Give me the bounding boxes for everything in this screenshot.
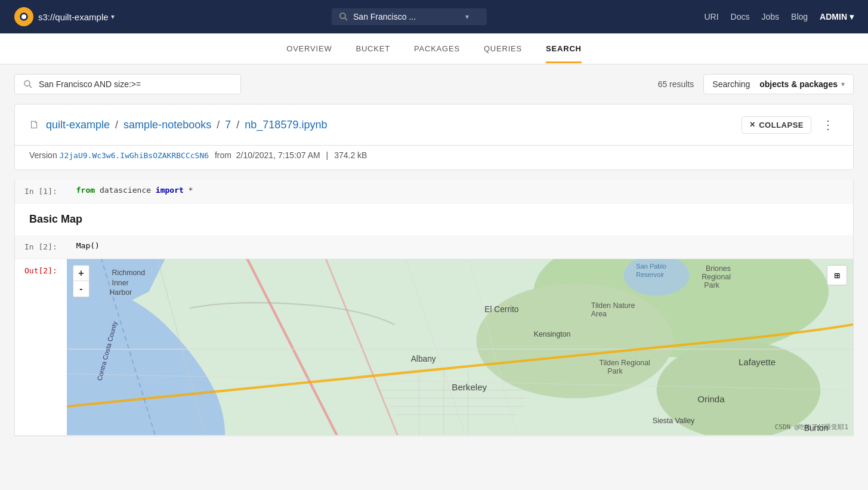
path-sep-3: / [236, 119, 239, 131]
svg-text:Siesta Valley: Siesta Valley [653, 417, 695, 425]
map-watermark: CSDN @吃饱了好睡觉耶1 [775, 423, 848, 432]
svg-point-0 [340, 13, 345, 19]
cell-2-label: In [2]: [15, 235, 67, 258]
map-svg: San Pablo Reservoir Richmond El Cerrito … [67, 259, 853, 435]
svg-text:Berkeley: Berkeley [452, 382, 487, 392]
blog-link[interactable]: Blog [791, 12, 808, 21]
sub-nav: OVERVIEW BUCKET PACKAGES QUERIES SEARCH [0, 33, 868, 64]
search-input[interactable] [39, 79, 218, 89]
bucket-selector[interactable]: s3://quilt-example ▾ [38, 12, 115, 22]
more-icon: ⋮ [822, 118, 834, 131]
tab-packages[interactable]: PACKAGES [414, 35, 460, 63]
svg-text:Albany: Albany [411, 355, 436, 363]
map-controls: + - [73, 265, 89, 297]
uri-link[interactable]: URI [704, 12, 718, 21]
svg-text:Reservoir: Reservoir [636, 271, 664, 278]
cell-1-code: from datascience import * [76, 186, 193, 195]
top-nav-left: s3://quilt-example ▾ [14, 7, 115, 26]
search-right: 65 results Searching objects & packages … [658, 74, 854, 94]
svg-text:El Cerrito: El Cerrito [484, 305, 519, 314]
cell-2-content: Map() [67, 235, 853, 256]
svg-text:Richmond: Richmond [112, 269, 145, 277]
svg-text:Tilden Regional: Tilden Regional [599, 359, 650, 367]
docs-link[interactable]: Docs [731, 12, 750, 21]
admin-menu[interactable]: ADMIN ▾ [820, 12, 854, 21]
search-input-wrap [14, 74, 241, 94]
top-search: ▾ [332, 8, 487, 25]
from-label: from [215, 150, 231, 160]
path-sep-2: / [217, 119, 220, 131]
path-bucket[interactable]: quilt-example [46, 119, 110, 131]
path-filename[interactable]: nb_718579.ipynb [245, 119, 327, 131]
results-count: 65 results [658, 79, 694, 89]
map-layers-button[interactable]: ⊞ [827, 265, 847, 285]
notebook-cell-1: In [1]: from datascience import * [15, 180, 853, 204]
code-from: from [76, 186, 100, 195]
chevron-down-icon: ▾ [111, 13, 115, 21]
svg-line-3 [30, 86, 32, 88]
svg-line-1 [345, 19, 348, 21]
result-size: 374.2 kB [334, 150, 367, 160]
result-date: 2/10/2021, 7:15:07 AM [236, 150, 320, 160]
cell-1-content: from datascience import * [67, 180, 853, 201]
tab-search[interactable]: SEARCH [546, 35, 582, 63]
jobs-link[interactable]: Jobs [762, 12, 780, 21]
svg-text:Park: Park [607, 367, 623, 375]
svg-text:Regional: Regional [702, 273, 731, 281]
file-icon: 🗋 [29, 119, 40, 131]
file-path: quilt-example / sample-notebooks / 7 / n… [46, 119, 327, 131]
result-header-right: ✕ COLLAPSE ⋮ [742, 115, 839, 134]
more-options-button[interactable]: ⋮ [817, 115, 839, 134]
map-container: San Pablo Reservoir Richmond El Cerrito … [67, 259, 853, 435]
collapse-label: COLLAPSE [759, 121, 804, 130]
result-card: 🗋 quilt-example / sample-notebooks / 7 /… [14, 104, 854, 170]
tab-overview[interactable]: OVERVIEW [286, 35, 332, 63]
path-folder1[interactable]: sample-notebooks [123, 119, 211, 131]
search-icon [339, 12, 348, 21]
svg-text:Inner: Inner [112, 279, 128, 287]
zoom-out-button[interactable]: - [73, 281, 89, 297]
top-nav-right: URI Docs Jobs Blog ADMIN ▾ [704, 12, 854, 21]
notebook-cell-2: In [2]: Map() [15, 235, 853, 259]
result-card-header: 🗋 quilt-example / sample-notebooks / 7 /… [15, 104, 853, 146]
layers-icon: ⊞ [834, 270, 840, 281]
top-nav: s3://quilt-example ▾ ▾ URI Docs Jobs Blo… [0, 0, 868, 33]
svg-text:Harbor: Harbor [109, 288, 132, 297]
scope-label: Searching [712, 79, 750, 89]
tab-queries[interactable]: QUERIES [484, 35, 522, 63]
result-separator: | [326, 150, 329, 160]
scope-highlight: objects & packages [759, 79, 838, 89]
cell-1-label: In [1]: [15, 180, 67, 203]
svg-text:San Pablo: San Pablo [636, 263, 666, 270]
notebook-preview: In [1]: from datascience import * Basic … [14, 180, 854, 436]
collapse-button[interactable]: ✕ COLLAPSE [742, 116, 811, 134]
cell-2-out-label: Out[2]: [15, 259, 67, 435]
path-folder2[interactable]: 7 [225, 119, 231, 131]
scope-chevron-icon: ▾ [841, 80, 845, 88]
result-card-meta: Version J2jaU9.Wc3w6.IwGhiBsOZAKRBCCcSN6… [15, 146, 853, 170]
svg-text:Area: Area [591, 310, 607, 318]
logo [14, 7, 33, 26]
svg-text:Park: Park [704, 281, 719, 289]
version-hash-link[interactable]: J2jaU9.Wc3w6.IwGhiBsOZAKRBCCcSN6 [60, 151, 209, 160]
path-sep-1: / [115, 119, 118, 131]
top-search-bar: ▾ [332, 8, 487, 25]
zoom-in-button[interactable]: + [73, 266, 89, 281]
bucket-name-text: s3://quilt-example [38, 12, 109, 22]
admin-label: ADMIN [820, 12, 847, 21]
tab-bucket[interactable]: BUCKET [356, 35, 390, 63]
cell-2-map-output: San Pablo Reservoir Richmond El Cerrito … [67, 259, 853, 435]
admin-chevron-icon: ▾ [850, 12, 854, 21]
result-header-left: 🗋 quilt-example / sample-notebooks / 7 /… [29, 119, 327, 131]
svg-text:Orinda: Orinda [697, 394, 725, 404]
top-search-input[interactable] [353, 12, 461, 21]
search-dropdown-icon[interactable]: ▾ [465, 13, 469, 21]
svg-point-6 [476, 283, 673, 398]
svg-text:Lafayette: Lafayette [739, 357, 776, 367]
version-label: Version [29, 150, 57, 160]
search-section: 65 results Searching objects & packages … [0, 64, 868, 104]
notebook-heading: Basic Map [15, 204, 853, 235]
svg-point-2 [24, 81, 30, 86]
svg-text:Tilden Nature: Tilden Nature [591, 301, 635, 310]
search-scope-button[interactable]: Searching objects & packages ▾ [703, 74, 854, 94]
